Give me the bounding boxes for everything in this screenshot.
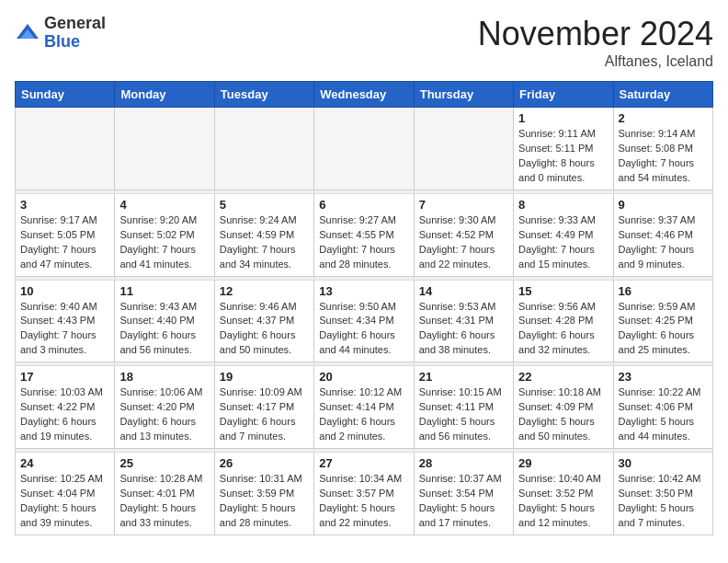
day-info: Sunrise: 10:12 AM Sunset: 4:14 PM Daylig… xyxy=(319,385,408,444)
weekday-header: Friday xyxy=(514,82,613,108)
day-info: Sunrise: 10:42 AM Sunset: 3:50 PM Daylig… xyxy=(619,472,708,531)
day-number: 11 xyxy=(119,284,209,298)
day-number: 25 xyxy=(119,456,209,470)
calendar-cell: 7Sunrise: 9:30 AM Sunset: 4:52 PM Daylig… xyxy=(414,193,513,276)
calendar-cell: 6Sunrise: 9:27 AM Sunset: 4:55 PM Daylig… xyxy=(314,193,414,276)
day-number: 27 xyxy=(319,456,408,470)
day-number: 6 xyxy=(319,198,408,212)
calendar-cell xyxy=(314,108,414,190)
calendar-cell: 4Sunrise: 9:20 AM Sunset: 5:02 PM Daylig… xyxy=(115,193,214,276)
day-number: 16 xyxy=(619,284,708,298)
day-number: 15 xyxy=(518,284,608,298)
calendar-cell: 28Sunrise: 10:37 AM Sunset: 3:54 PM Dayl… xyxy=(414,453,513,535)
day-number: 10 xyxy=(20,284,109,298)
day-number: 1 xyxy=(518,111,608,125)
logo-text: General Blue xyxy=(44,15,106,52)
weekday-header: Thursday xyxy=(414,82,513,108)
calendar-cell: 2Sunrise: 9:14 AM Sunset: 5:08 PM Daylig… xyxy=(613,108,712,190)
day-number: 26 xyxy=(220,456,309,470)
day-number: 19 xyxy=(220,370,309,384)
day-info: Sunrise: 10:03 AM Sunset: 4:22 PM Daylig… xyxy=(20,385,109,444)
day-number: 22 xyxy=(518,370,608,384)
weekday-header: Wednesday xyxy=(314,82,414,108)
calendar-cell xyxy=(214,108,313,190)
day-info: Sunrise: 9:56 AM Sunset: 4:28 PM Dayligh… xyxy=(518,300,608,359)
calendar-cell: 16Sunrise: 9:59 AM Sunset: 4:25 PM Dayli… xyxy=(613,280,712,362)
calendar-cell: 1Sunrise: 9:11 AM Sunset: 5:11 PM Daylig… xyxy=(514,108,613,190)
day-number: 29 xyxy=(518,456,608,470)
logo-blue: Blue xyxy=(44,32,80,51)
logo: General Blue xyxy=(15,15,106,52)
day-number: 28 xyxy=(419,456,508,470)
logo-icon xyxy=(15,20,40,46)
day-info: Sunrise: 9:27 AM Sunset: 4:55 PM Dayligh… xyxy=(319,213,408,272)
day-number: 8 xyxy=(518,198,608,212)
day-info: Sunrise: 9:20 AM Sunset: 5:02 PM Dayligh… xyxy=(119,213,209,272)
day-info: Sunrise: 9:14 AM Sunset: 5:08 PM Dayligh… xyxy=(619,127,708,186)
calendar-week-row: 10Sunrise: 9:40 AM Sunset: 4:43 PM Dayli… xyxy=(16,280,713,362)
day-info: Sunrise: 9:11 AM Sunset: 5:11 PM Dayligh… xyxy=(518,127,608,186)
logo-general: General xyxy=(44,14,106,32)
calendar-cell: 11Sunrise: 9:43 AM Sunset: 4:40 PM Dayli… xyxy=(115,280,214,362)
calendar-cell: 3Sunrise: 9:17 AM Sunset: 5:05 PM Daylig… xyxy=(16,193,115,276)
calendar-table: SundayMondayTuesdayWednesdayThursdayFrid… xyxy=(15,81,713,535)
weekday-header-row: SundayMondayTuesdayWednesdayThursdayFrid… xyxy=(16,82,713,108)
calendar-cell: 9Sunrise: 9:37 AM Sunset: 4:46 PM Daylig… xyxy=(613,193,712,276)
day-info: Sunrise: 9:50 AM Sunset: 4:34 PM Dayligh… xyxy=(319,300,408,359)
calendar-cell: 25Sunrise: 10:28 AM Sunset: 4:01 PM Dayl… xyxy=(115,453,214,535)
calendar-cell: 10Sunrise: 9:40 AM Sunset: 4:43 PM Dayli… xyxy=(16,280,115,362)
calendar-cell: 23Sunrise: 10:22 AM Sunset: 4:06 PM Dayl… xyxy=(613,366,712,449)
calendar-cell: 13Sunrise: 9:50 AM Sunset: 4:34 PM Dayli… xyxy=(314,280,414,362)
day-number: 14 xyxy=(419,284,508,298)
day-number: 9 xyxy=(619,198,708,212)
day-number: 2 xyxy=(619,111,708,125)
calendar-cell: 29Sunrise: 10:40 AM Sunset: 3:52 PM Dayl… xyxy=(514,453,613,535)
day-number: 23 xyxy=(619,370,708,384)
weekday-header: Monday xyxy=(115,82,214,108)
month-title: November 2024 xyxy=(478,15,713,53)
calendar-cell xyxy=(16,108,115,190)
day-number: 24 xyxy=(20,456,109,470)
day-number: 4 xyxy=(119,198,209,212)
weekday-header: Sunday xyxy=(16,82,115,108)
calendar-cell: 5Sunrise: 9:24 AM Sunset: 4:59 PM Daylig… xyxy=(214,193,313,276)
calendar-cell: 17Sunrise: 10:03 AM Sunset: 4:22 PM Dayl… xyxy=(16,366,115,449)
calendar-cell xyxy=(115,108,214,190)
day-info: Sunrise: 10:28 AM Sunset: 4:01 PM Daylig… xyxy=(119,472,209,531)
calendar-cell: 27Sunrise: 10:34 AM Sunset: 3:57 PM Dayl… xyxy=(314,453,414,535)
day-info: Sunrise: 9:17 AM Sunset: 5:05 PM Dayligh… xyxy=(20,213,109,272)
title-block: November 2024 Alftanes, Iceland xyxy=(478,15,713,70)
day-info: Sunrise: 9:40 AM Sunset: 4:43 PM Dayligh… xyxy=(20,300,109,359)
day-info: Sunrise: 9:33 AM Sunset: 4:49 PM Dayligh… xyxy=(518,213,608,272)
calendar-week-row: 17Sunrise: 10:03 AM Sunset: 4:22 PM Dayl… xyxy=(16,366,713,449)
weekday-header: Saturday xyxy=(613,82,712,108)
page-header: General Blue November 2024 Alftanes, Ice… xyxy=(15,15,713,70)
day-number: 12 xyxy=(220,284,309,298)
day-number: 5 xyxy=(220,198,309,212)
day-number: 21 xyxy=(419,370,508,384)
day-info: Sunrise: 9:43 AM Sunset: 4:40 PM Dayligh… xyxy=(119,300,209,359)
day-info: Sunrise: 10:34 AM Sunset: 3:57 PM Daylig… xyxy=(319,472,408,531)
day-info: Sunrise: 9:46 AM Sunset: 4:37 PM Dayligh… xyxy=(220,300,309,359)
calendar-cell: 20Sunrise: 10:12 AM Sunset: 4:14 PM Dayl… xyxy=(314,366,414,449)
day-number: 18 xyxy=(119,370,209,384)
day-info: Sunrise: 10:22 AM Sunset: 4:06 PM Daylig… xyxy=(619,385,708,444)
day-info: Sunrise: 9:30 AM Sunset: 4:52 PM Dayligh… xyxy=(419,213,508,272)
weekday-header: Tuesday xyxy=(214,82,313,108)
day-info: Sunrise: 10:09 AM Sunset: 4:17 PM Daylig… xyxy=(220,385,309,444)
day-info: Sunrise: 9:53 AM Sunset: 4:31 PM Dayligh… xyxy=(419,300,508,359)
calendar-cell: 22Sunrise: 10:18 AM Sunset: 4:09 PM Dayl… xyxy=(514,366,613,449)
calendar-cell: 24Sunrise: 10:25 AM Sunset: 4:04 PM Dayl… xyxy=(16,453,115,535)
day-info: Sunrise: 9:24 AM Sunset: 4:59 PM Dayligh… xyxy=(220,213,309,272)
location: Alftanes, Iceland xyxy=(478,53,713,70)
day-number: 20 xyxy=(319,370,408,384)
day-info: Sunrise: 10:25 AM Sunset: 4:04 PM Daylig… xyxy=(20,472,109,531)
day-info: Sunrise: 10:40 AM Sunset: 3:52 PM Daylig… xyxy=(518,472,608,531)
calendar-cell: 8Sunrise: 9:33 AM Sunset: 4:49 PM Daylig… xyxy=(514,193,613,276)
calendar-cell xyxy=(414,108,513,190)
day-number: 3 xyxy=(20,198,109,212)
calendar-week-row: 1Sunrise: 9:11 AM Sunset: 5:11 PM Daylig… xyxy=(16,108,713,190)
calendar-cell: 19Sunrise: 10:09 AM Sunset: 4:17 PM Dayl… xyxy=(214,366,313,449)
day-info: Sunrise: 9:37 AM Sunset: 4:46 PM Dayligh… xyxy=(619,213,708,272)
calendar-cell: 18Sunrise: 10:06 AM Sunset: 4:20 PM Dayl… xyxy=(115,366,214,449)
